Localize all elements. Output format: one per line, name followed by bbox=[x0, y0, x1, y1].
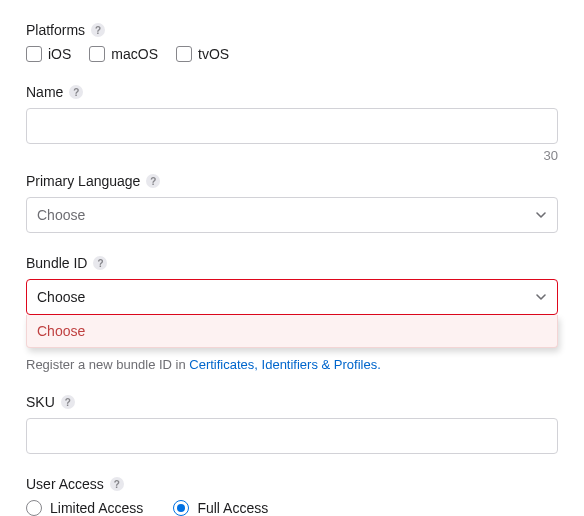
bundle-id-label: Bundle ID bbox=[26, 255, 87, 271]
user-access-section: User Access ? Limited Access Full Access bbox=[26, 476, 558, 516]
bundle-id-section: Bundle ID ? Choose Choose Register a new… bbox=[26, 255, 558, 372]
checkbox-label: iOS bbox=[48, 46, 71, 62]
platform-checkbox-ios[interactable]: iOS bbox=[26, 46, 71, 62]
platforms-section: Platforms ? iOS macOS tvOS bbox=[26, 22, 558, 62]
checkbox-label: macOS bbox=[111, 46, 158, 62]
bundle-id-select[interactable]: Choose bbox=[26, 279, 558, 315]
name-label: Name bbox=[26, 84, 63, 100]
help-icon[interactable]: ? bbox=[110, 477, 124, 491]
checkbox-icon bbox=[89, 46, 105, 62]
sku-label: SKU bbox=[26, 394, 55, 410]
help-icon[interactable]: ? bbox=[69, 85, 83, 99]
dropdown-option[interactable]: Choose bbox=[27, 315, 557, 347]
sku-input[interactable] bbox=[26, 418, 558, 454]
checkbox-icon bbox=[26, 46, 42, 62]
user-access-full[interactable]: Full Access bbox=[173, 500, 268, 516]
bundle-id-register-link[interactable]: Certificates, Identifiers & Profiles. bbox=[189, 357, 380, 372]
bundle-id-dropdown: Choose bbox=[26, 315, 558, 348]
help-icon[interactable]: ? bbox=[61, 395, 75, 409]
help-icon[interactable]: ? bbox=[93, 256, 107, 270]
checkbox-label: tvOS bbox=[198, 46, 229, 62]
select-placeholder: Choose bbox=[37, 289, 85, 305]
platform-checkbox-macos[interactable]: macOS bbox=[89, 46, 158, 62]
primary-language-select[interactable]: Choose bbox=[26, 197, 558, 233]
help-icon[interactable]: ? bbox=[91, 23, 105, 37]
checkbox-icon bbox=[176, 46, 192, 62]
sku-section: SKU ? bbox=[26, 394, 558, 454]
select-placeholder: Choose bbox=[37, 207, 85, 223]
radio-icon bbox=[26, 500, 42, 516]
radio-label: Full Access bbox=[197, 500, 268, 516]
help-icon[interactable]: ? bbox=[146, 174, 160, 188]
user-access-label: User Access bbox=[26, 476, 104, 492]
chevron-down-icon bbox=[535, 209, 547, 221]
user-access-limited[interactable]: Limited Access bbox=[26, 500, 143, 516]
radio-label: Limited Access bbox=[50, 500, 143, 516]
chevron-down-icon bbox=[535, 291, 547, 303]
name-section: Name ? 30 bbox=[26, 84, 558, 163]
platforms-label: Platforms bbox=[26, 22, 85, 38]
name-input[interactable] bbox=[26, 108, 558, 144]
radio-icon bbox=[173, 500, 189, 516]
bundle-id-hint: Register a new bundle ID in Certificates… bbox=[26, 357, 558, 372]
primary-language-section: Primary Language ? Choose bbox=[26, 173, 558, 233]
primary-language-label: Primary Language bbox=[26, 173, 140, 189]
name-counter: 30 bbox=[26, 148, 558, 163]
platform-checkbox-tvos[interactable]: tvOS bbox=[176, 46, 229, 62]
